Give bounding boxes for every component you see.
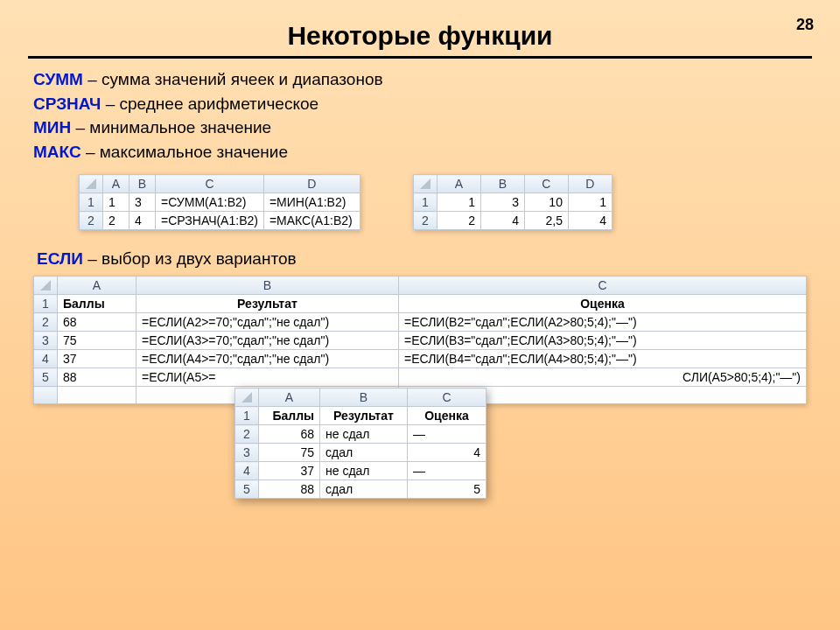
- col-header[interactable]: C: [408, 388, 486, 407]
- table-row: 1 1 3 =СУММ(A1:B2) =МИН(A1:B2): [80, 193, 360, 212]
- cell[interactable]: 2: [437, 212, 480, 230]
- row-header[interactable]: 2: [34, 313, 58, 332]
- cell[interactable]: =ЕСЛИ(A3>=70;"сдал";"не сдал"): [136, 332, 399, 350]
- row-header[interactable]: 3: [235, 444, 259, 462]
- cell[interactable]: 1: [437, 193, 480, 212]
- cell[interactable]: 4: [408, 444, 486, 462]
- cell[interactable]: сдал: [320, 444, 408, 462]
- def-max: МАКС – максимальное значение: [33, 140, 807, 164]
- col-header[interactable]: A: [103, 175, 130, 193]
- table-row: 4 37 =ЕСЛИ(A4>=70;"сдал";"не сдал") =ЕСЛ…: [34, 350, 807, 368]
- cell[interactable]: 1: [568, 193, 612, 212]
- select-all-icon[interactable]: [413, 175, 437, 193]
- table-if-formulas: A B C 1 Баллы Результат Оценка 2 68 =ЕСЛ…: [33, 276, 807, 404]
- cell[interactable]: Результат: [136, 295, 399, 313]
- cell[interactable]: =СУММ(A1:B2): [156, 193, 264, 212]
- cell[interactable]: 88: [259, 480, 320, 499]
- table-row: 5 88 сдал 5: [235, 480, 486, 499]
- cell[interactable]: =ЕСЛИ(A2>=70;"сдал";"не сдал"): [136, 313, 399, 332]
- cell[interactable]: СЛИ(A5>80;5;4);"—"): [399, 368, 807, 387]
- col-header[interactable]: D: [263, 175, 360, 193]
- select-all-icon[interactable]: [235, 388, 259, 407]
- cell[interactable]: 5: [408, 480, 486, 499]
- cell[interactable]: =ЕСЛИ(B2="сдал";ЕСЛИ(A2>80;5;4);"—"): [399, 313, 807, 332]
- col-header[interactable]: B: [320, 388, 408, 407]
- table-row: 2 2 4 =СРЗНАЧ(A1:B2) =МАКС(A1:B2): [80, 212, 360, 230]
- col-header[interactable]: B: [130, 175, 156, 193]
- col-header[interactable]: C: [156, 175, 264, 193]
- cell[interactable]: 68: [259, 425, 320, 444]
- cell[interactable]: 2,5: [524, 212, 568, 230]
- row-header[interactable]: 2: [235, 425, 259, 444]
- cell[interactable]: 37: [259, 462, 320, 480]
- col-header[interactable]: A: [259, 388, 320, 407]
- cell[interactable]: не сдал: [320, 462, 408, 480]
- cell[interactable]: 37: [58, 350, 136, 368]
- cell[interactable]: —: [408, 462, 486, 480]
- row-header[interactable]: [34, 387, 58, 404]
- col-header[interactable]: B: [136, 276, 399, 295]
- cell[interactable]: 68: [58, 313, 136, 332]
- cell[interactable]: 75: [259, 444, 320, 462]
- cell[interactable]: Баллы: [259, 407, 320, 425]
- table-if-results: A B C 1 Баллы Результат Оценка 2 68 не с…: [234, 388, 486, 499]
- row-header[interactable]: 2: [80, 212, 103, 230]
- cell[interactable]: 4: [130, 212, 156, 230]
- col-header[interactable]: A: [58, 276, 136, 295]
- row-header[interactable]: 1: [34, 295, 58, 313]
- table-row: 3 75 сдал 4: [235, 444, 486, 462]
- row-header[interactable]: 3: [34, 332, 58, 350]
- svg-marker-3: [242, 392, 252, 402]
- cell[interactable]: сдал: [320, 480, 408, 499]
- row-header[interactable]: 1: [80, 193, 103, 212]
- cell[interactable]: не сдал: [320, 425, 408, 444]
- table-row: 2 2 4 2,5 4: [413, 212, 612, 230]
- cell[interactable]: 1: [103, 193, 130, 212]
- row-header[interactable]: 1: [235, 407, 259, 425]
- fn-name-sum: СУММ: [33, 70, 83, 88]
- cell[interactable]: 10: [524, 193, 568, 212]
- cell[interactable]: 88: [58, 368, 136, 387]
- col-header[interactable]: B: [480, 175, 524, 193]
- row-header[interactable]: 4: [34, 350, 58, 368]
- cell[interactable]: 4: [568, 212, 612, 230]
- cell[interactable]: 4: [480, 212, 524, 230]
- cell[interactable]: Оценка: [399, 295, 807, 313]
- cell[interactable]: Результат: [320, 407, 408, 425]
- cell[interactable]: =ЕСЛИ(A5>=: [136, 368, 399, 387]
- row-header[interactable]: 4: [235, 462, 259, 480]
- cell[interactable]: =ЕСЛИ(B4="сдал";ЕСЛИ(A4>80;5;4);"—"): [399, 350, 807, 368]
- cell[interactable]: 3: [480, 193, 524, 212]
- select-all-icon[interactable]: [34, 276, 58, 295]
- row-header[interactable]: 2: [413, 212, 437, 230]
- row-header[interactable]: 1: [413, 193, 437, 212]
- table-row: 2 68 не сдал —: [235, 425, 486, 444]
- select-all-icon[interactable]: [80, 175, 103, 193]
- fn-name-min: МИН: [33, 118, 71, 136]
- fn-desc-avg: – среднее арифметическое: [101, 94, 318, 113]
- svg-marker-2: [40, 280, 51, 290]
- cell[interactable]: Баллы: [58, 295, 136, 313]
- col-header[interactable]: D: [568, 175, 612, 193]
- col-header[interactable]: A: [437, 175, 480, 193]
- cell[interactable]: =ЕСЛИ(B3="сдал";ЕСЛИ(A3>80;5;4);"—"): [399, 332, 807, 350]
- cell[interactable]: =МАКС(A1:B2): [263, 212, 360, 230]
- cell[interactable]: =СРЗНАЧ(A1:B2): [156, 212, 264, 230]
- cell[interactable]: —: [408, 425, 486, 444]
- cell[interactable]: =МИН(A1:B2): [263, 193, 360, 212]
- table-row: 1 1 3 10 1: [413, 193, 612, 212]
- cell[interactable]: Оценка: [408, 407, 486, 425]
- cell[interactable]: 75: [58, 332, 136, 350]
- cell[interactable]: 2: [103, 212, 130, 230]
- col-header[interactable]: C: [524, 175, 568, 193]
- table-row: 4 37 не сдал —: [235, 462, 486, 480]
- col-header[interactable]: C: [399, 276, 807, 295]
- title-divider: [28, 56, 812, 59]
- table-formulas: A B C D 1 1 3 =СУММ(A1:B2) =МИН(A1:B2) 2…: [79, 174, 360, 230]
- table-row: 1 Баллы Результат Оценка: [235, 407, 486, 425]
- cell[interactable]: =ЕСЛИ(A4>=70;"сдал";"не сдал"): [136, 350, 399, 368]
- table-row: 5 88 =ЕСЛИ(A5>= СЛИ(A5>80;5;4);"—"): [34, 368, 807, 387]
- cell[interactable]: 3: [130, 193, 156, 212]
- row-header[interactable]: 5: [34, 368, 58, 387]
- row-header[interactable]: 5: [235, 480, 259, 499]
